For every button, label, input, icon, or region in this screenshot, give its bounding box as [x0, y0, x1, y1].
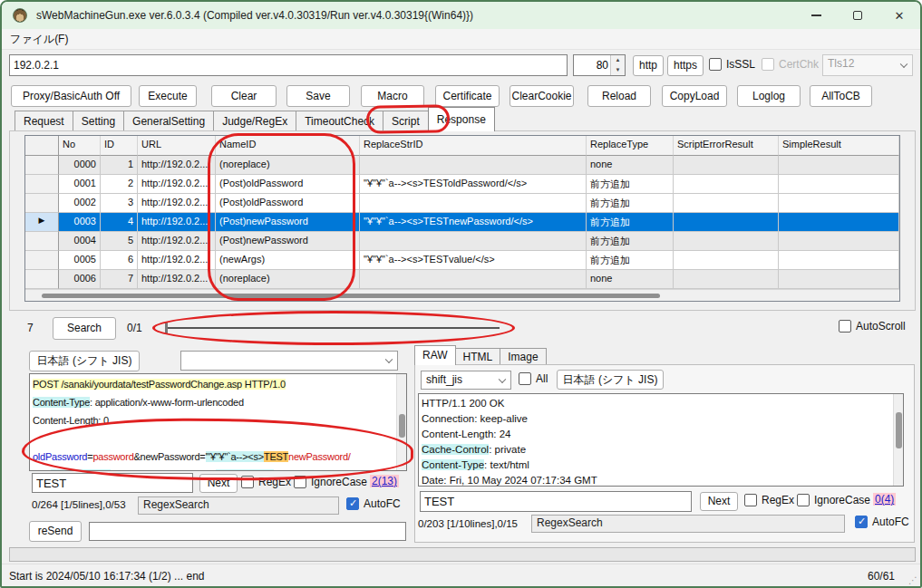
grid-cell: http://192.0.2... — [138, 194, 216, 213]
right-autofc-checkbox-box — [855, 516, 868, 528]
alltocb-button[interactable]: AllToCB — [810, 85, 872, 107]
url-input[interactable] — [9, 54, 568, 76]
clear-button[interactable]: Clear — [211, 85, 277, 107]
table-row[interactable]: 00056http://192.0.2...(newArgs)"¥"¥"`a--… — [25, 251, 899, 270]
grid-cell: 2 — [101, 175, 138, 194]
text-line: Content-Type: text/html — [422, 458, 900, 473]
all-label: All — [536, 372, 548, 385]
left-empty-combobox[interactable] — [180, 351, 398, 371]
resend-button[interactable]: reSend — [29, 521, 82, 542]
tab-request[interactable]: Request — [15, 111, 73, 131]
tab-setting[interactable]: Setting — [73, 111, 124, 131]
left-find-input[interactable] — [32, 473, 193, 493]
tab-response[interactable]: Response — [428, 107, 495, 131]
right-regex-checkbox[interactable]: RegEx — [744, 494, 794, 506]
response-vscroll-thumb[interactable] — [896, 412, 902, 448]
proxy-basicauth-button[interactable]: Proxy/BasicAuth Off — [11, 85, 131, 107]
request-textarea[interactable]: POST /sanaki/yourdata/testPasswordChange… — [29, 373, 407, 471]
maximize-button[interactable] — [837, 2, 878, 29]
save-button[interactable]: Save — [286, 85, 350, 107]
right-encoding-button[interactable]: 日本語 (シフト JIS) — [557, 370, 664, 390]
left-autofc-checkbox[interactable]: AutoFC — [346, 497, 401, 510]
certchk-checkbox: CertChk — [762, 58, 819, 71]
left-next-button[interactable]: Next — [199, 474, 238, 493]
tab-timeoutcheck[interactable]: TimeoutCheck — [296, 111, 383, 131]
grid-hscroll-thumb[interactable] — [42, 294, 660, 298]
col-simpleresult[interactable]: SimpleResult — [779, 136, 899, 156]
col-no[interactable]: No — [59, 136, 101, 156]
col-url[interactable]: URL — [138, 136, 216, 156]
autoscroll-checkbox[interactable]: AutoScroll — [839, 320, 906, 333]
tab-image[interactable]: Image — [500, 348, 546, 365]
table-row[interactable]: 00067http://192.0.2...(noreplace)none — [25, 270, 899, 289]
right-match-count-link[interactable]: 0(4) — [873, 493, 896, 506]
right-next-button[interactable]: Next — [700, 492, 738, 511]
response-encoding-dropdown[interactable]: shift_jis — [421, 371, 511, 390]
response-textarea[interactable]: HTTP/1.1 200 OKConnection: keep-aliveCon… — [418, 393, 904, 487]
close-button[interactable]: ✕ — [878, 2, 920, 29]
col-replacestrid[interactable]: ReplaceStrID — [360, 136, 587, 156]
left-regexsearch-input[interactable]: RegexSearch — [138, 496, 339, 515]
results-grid: No ID URL NameID ReplaceStrID ReplaceTyp… — [24, 135, 900, 302]
minimize-button[interactable] — [795, 2, 837, 29]
row-slider-thumb[interactable] — [165, 323, 168, 333]
tab-judge-regex[interactable]: Judge/RegEx — [213, 111, 296, 131]
request-vscroll-thumb[interactable] — [399, 414, 405, 438]
grid-horizontal-scrollbar[interactable] — [25, 289, 899, 301]
left-match-count-link[interactable]: 2(13) — [370, 475, 399, 487]
grid-cell — [360, 270, 587, 289]
certificate-button[interactable]: Certificate — [435, 85, 500, 107]
text-line: HTTP/1.1 200 OK — [422, 396, 900, 411]
tab-raw[interactable]: RAW — [414, 345, 456, 365]
all-checkbox[interactable]: All — [519, 372, 548, 385]
left-regex-checkbox[interactable]: RegEx — [241, 476, 291, 488]
right-autofc-label: AutoFC — [872, 516, 909, 528]
col-replacetype[interactable]: ReplaceType — [587, 136, 674, 156]
request-vscrollbar[interactable] — [396, 374, 406, 470]
port-down-icon[interactable]: ▼ — [611, 65, 625, 75]
port-up-icon[interactable]: ▲ — [611, 55, 625, 65]
right-ignorecase-checkbox[interactable]: IgnoreCase — [797, 494, 870, 506]
left-autofc-checkbox-box — [346, 497, 359, 510]
col-id[interactable]: ID — [101, 136, 138, 156]
resend-input[interactable] — [89, 522, 406, 541]
tls-value: Tls12 — [828, 57, 854, 70]
macro-button[interactable]: Macro — [361, 85, 424, 107]
execute-button[interactable]: Execute — [139, 85, 197, 107]
clearcookie-button[interactable]: ClearCookie — [510, 85, 574, 107]
http-button[interactable]: http — [633, 55, 664, 76]
isssl-checkbox[interactable]: IsSSL — [709, 58, 755, 71]
chevron-down-icon — [499, 375, 506, 382]
left-encoding-button[interactable]: 日本語 (シフト JIS) — [29, 351, 140, 371]
left-ignorecase-checkbox[interactable]: IgnoreCase — [294, 476, 367, 488]
app-window: sWebMachineGun.exe ver.6.0.3.4 (Compiled… — [0, 0, 922, 588]
status-bar: Start is 2024/05/10 16:17:34 (1/2) ... e… — [2, 564, 920, 588]
table-row[interactable]: 00012http://192.0.2...(Post)oldPassword"… — [25, 175, 899, 194]
reload-button[interactable]: Reload — [587, 85, 651, 107]
table-row[interactable]: 00023http://192.0.2...(Post)oldPassword前… — [25, 194, 899, 213]
col-nameid[interactable]: NameID — [216, 136, 360, 156]
loglog-button[interactable]: Loglog — [737, 85, 801, 107]
table-row[interactable]: 00045http://192.0.2...(Post)newPassword前… — [25, 232, 899, 251]
tab-html[interactable]: HTML — [455, 348, 501, 365]
grid-cell: http://192.0.2... — [138, 156, 216, 175]
col-scripterrorresult[interactable]: ScriptErrorResult — [674, 136, 779, 156]
response-vscrollbar[interactable] — [893, 394, 903, 486]
right-autofc-checkbox[interactable]: AutoFC — [855, 516, 909, 528]
port-spinner[interactable]: 80 ▲ ▼ — [573, 54, 626, 76]
right-find-input[interactable] — [420, 491, 692, 512]
tab-generalsetting[interactable]: GeneralSetting — [123, 111, 214, 131]
window-title: sWebMachineGun.exe ver.6.0.3.4 (Compiled… — [36, 9, 473, 22]
table-row[interactable]: 00001http://192.0.2...(noreplace)none — [25, 156, 899, 175]
row-slider[interactable] — [166, 327, 500, 329]
copyload-button[interactable]: CopyLoad — [662, 85, 727, 107]
tab-script[interactable]: Script — [383, 111, 429, 131]
right-regexsearch-input[interactable]: RegexSearch — [531, 515, 845, 533]
https-button[interactable]: https — [667, 55, 704, 76]
resize-grip[interactable]: ⋰ — [908, 575, 917, 585]
menu-file[interactable]: ファイル(F) — [2, 29, 76, 50]
grid-cell: ▶ — [25, 213, 59, 232]
table-row[interactable]: ▶00034http://192.0.2...(Post)newPassword… — [25, 213, 899, 232]
tls-dropdown[interactable]: Tls12 — [822, 54, 913, 76]
search-button[interactable]: Search — [53, 317, 116, 340]
